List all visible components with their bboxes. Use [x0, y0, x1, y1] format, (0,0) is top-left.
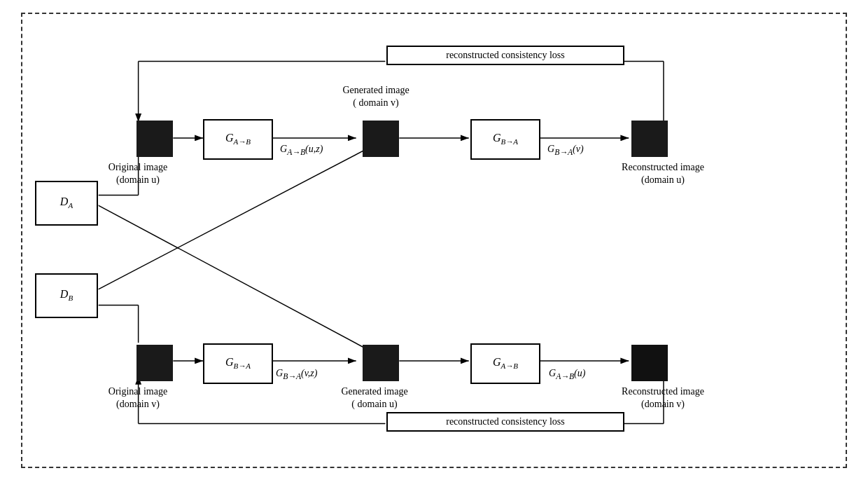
top-original-label: Original image(domain u) [96, 161, 180, 186]
top-generator2-box: GB→A [470, 119, 540, 160]
top-formula1: GA→B(u,z) [280, 144, 323, 157]
bottom-original-image [136, 345, 173, 381]
bottom-generator2-label: GA→B [493, 356, 518, 370]
bottom-generated-image [363, 345, 399, 381]
top-original-image [136, 121, 173, 157]
top-generator1-label: GA→B [225, 132, 251, 146]
top-reconstructed-image [631, 121, 668, 157]
bottom-generator2-box: GA→B [470, 343, 540, 384]
bottom-generated-label: Generated image( domain u) [329, 385, 420, 411]
svg-line-20 [99, 205, 379, 355]
bottom-reconstructed-label: Reconstructed image(domain v) [610, 385, 715, 411]
bottom-loss-label: reconstructed consistency loss [446, 416, 565, 427]
top-generated-image [363, 121, 399, 157]
db-box: DB [35, 273, 98, 318]
db-label: DB [60, 288, 73, 302]
top-reconstructed-label: Reconstructed image(domain u) [610, 161, 715, 186]
bottom-original-label: Original image(domain v) [96, 385, 180, 411]
top-loss-box: reconstructed consistency loss [386, 46, 624, 65]
bottom-loss-box: reconstructed consistency loss [386, 412, 624, 432]
top-generator1-box: GA→B [203, 119, 273, 160]
top-loss-label: reconstructed consistency loss [446, 50, 565, 60]
top-formula2: GB→A(v) [547, 144, 584, 157]
diagram-container: reconstructed consistency loss Original … [21, 13, 847, 468]
bottom-reconstructed-image [631, 345, 668, 381]
da-box: DA [35, 181, 98, 226]
bottom-formula1: GB→A(v,z) [276, 368, 317, 381]
bottom-formula2: GA→B(u) [549, 368, 585, 381]
da-label: DA [60, 196, 73, 210]
bottom-generator1-label: GB→A [225, 356, 251, 370]
top-generated-label: Generated image( domain v) [330, 84, 421, 109]
bottom-generator1-box: GB→A [203, 343, 273, 384]
top-generator2-label: GB→A [493, 132, 518, 146]
